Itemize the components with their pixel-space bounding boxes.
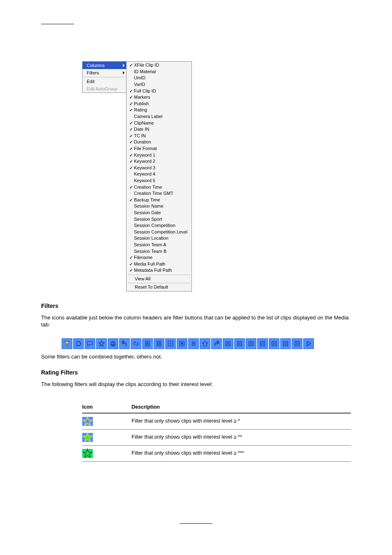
column-toggle-item[interactable]: ID Material: [127, 69, 191, 75]
column-toggle-item[interactable]: ✓XFile Clip ID: [127, 62, 191, 69]
column-toggle-item[interactable]: ✓Publish: [127, 101, 191, 107]
column-toggle-label: Markers: [134, 95, 150, 100]
checkmark-icon: ✓: [128, 159, 134, 164]
bracket-c-icon[interactable]: [246, 338, 256, 349]
column-toggle-label: Session Name: [134, 204, 164, 209]
column-toggle-label: View All: [134, 276, 150, 282]
column-toggle-item[interactable]: ✓Filename: [127, 254, 191, 261]
column-toggle-item[interactable]: Session Competition Level: [127, 229, 191, 235]
column-toggle-item[interactable]: ✓Creation Time: [127, 184, 191, 190]
column-toggle-item[interactable]: Session Team A: [127, 242, 191, 248]
checkmark-icon: ✓: [128, 153, 134, 158]
refresh-icon[interactable]: [73, 338, 84, 349]
column-toggle-item[interactable]: View All: [127, 276, 191, 282]
list-icon[interactable]: [188, 338, 199, 349]
column-toggle-item[interactable]: ✓Full Clip ID: [127, 88, 191, 94]
checkmark-icon: ✓: [128, 165, 134, 171]
checkmark-icon: ✓: [128, 255, 134, 260]
column-toggle-item[interactable]: Session Team B: [127, 248, 191, 254]
legend-header-icon: Icon: [82, 404, 131, 411]
bracket-a-icon[interactable]: [223, 338, 233, 349]
printer-icon[interactable]: [108, 338, 118, 349]
column-toggle-label: Session Competition Level: [134, 229, 187, 235]
column-toggle-label: Camera Label: [134, 114, 162, 119]
checkmark-icon: ✓: [128, 107, 134, 113]
column-toggle-item[interactable]: UmID: [127, 75, 191, 81]
checkmark-icon: ✓: [128, 133, 134, 139]
column-toggle-item[interactable]: Reset To Default: [127, 284, 191, 291]
redo-icon[interactable]: [211, 338, 222, 349]
column-toggle-item[interactable]: Keyword 5: [127, 178, 191, 184]
legend-row-2-text: Filter that only shows clips with intere…: [131, 434, 267, 441]
column-toggle-item[interactable]: ✓Keyword 2: [127, 158, 191, 165]
svg-marker-2: [99, 341, 104, 347]
column-toggle-item[interactable]: ✓Markers: [127, 94, 191, 101]
menu-item[interactable]: Filters: [83, 69, 126, 76]
expand-icon[interactable]: [177, 338, 187, 349]
checkmark-icon: ✓: [128, 120, 134, 126]
column-toggle-label: Session Sport: [134, 217, 162, 222]
column-toggle-item[interactable]: ✓File Format: [127, 146, 191, 152]
column-toggle-item[interactable]: VarID: [127, 81, 191, 88]
column-toggle-item[interactable]: ✓TC IN: [127, 133, 191, 139]
document-b-icon[interactable]: [154, 338, 164, 349]
column-toggle-label: Session Competition: [134, 223, 175, 228]
context-menu-columns: ✓XFile Clip IDID MaterialUmIDVarID✓Full …: [126, 61, 192, 291]
bracket-b-icon[interactable]: [234, 338, 245, 349]
column-toggle-item[interactable]: ✓Media Full Path: [127, 261, 191, 267]
submenu-arrow-icon: [123, 71, 125, 74]
column-toggle-item[interactable]: ✓Keyword 1: [127, 152, 191, 158]
column-toggle-item[interactable]: ✓Rating: [127, 107, 191, 113]
column-toggle-item[interactable]: ✓Duration: [127, 139, 191, 146]
column-toggle-item[interactable]: Session Competition: [127, 222, 191, 229]
menu-separator: [83, 77, 125, 77]
column-toggle-item[interactable]: Session Sport: [127, 216, 191, 222]
column-toggle-item[interactable]: Session Date: [127, 210, 191, 216]
column-toggle-item[interactable]: ✓ClipName: [127, 120, 191, 126]
chat-icon[interactable]: [85, 338, 95, 349]
menu-item[interactable]: Edit: [83, 78, 126, 85]
menu-item[interactable]: Columns: [83, 62, 126, 69]
column-toggle-item[interactable]: Session Name: [127, 203, 191, 210]
column-toggle-item[interactable]: Creation Time GMT: [127, 190, 191, 197]
funnel-icon[interactable]: [62, 338, 72, 349]
column-toggle-label: Session Team B: [134, 249, 166, 254]
bracket-e-icon[interactable]: [269, 338, 279, 349]
svg-rect-4: [112, 341, 114, 343]
menu-separator: [127, 275, 191, 275]
column-toggle-label: Rating: [134, 107, 147, 113]
bracket-d-icon[interactable]: [257, 338, 268, 349]
grid-icon[interactable]: [165, 338, 176, 349]
filters-paragraph-1: The icons available just below the colum…: [41, 314, 351, 329]
rating-legend-table: Icon Description Filter that only shows …: [82, 402, 351, 462]
column-toggle-label: Reset To Default: [134, 284, 168, 290]
bracket-g-icon[interactable]: [292, 338, 302, 349]
column-toggle-item[interactable]: ✓Date IN: [127, 126, 191, 133]
column-toggle-label: Session Date: [134, 210, 161, 215]
bracket-f-icon[interactable]: [280, 338, 291, 349]
home-icon[interactable]: [200, 338, 210, 349]
column-toggle-item[interactable]: ✓Metadata Full Path: [127, 267, 191, 274]
column-toggle-label: XFile Clip ID: [134, 62, 159, 68]
checkmark-icon: ✓: [128, 127, 134, 132]
column-toggle-label: File Format: [134, 146, 157, 151]
link-icon[interactable]: [131, 338, 141, 349]
column-toggle-item[interactable]: ✓Keyword 3: [127, 165, 191, 171]
column-toggle-label: UmID: [134, 75, 145, 81]
play-icon[interactable]: [303, 338, 314, 349]
star-level-3-icon: [82, 449, 93, 458]
star-level-2-icon: [82, 433, 93, 442]
column-toggle-label: Filename: [134, 255, 152, 260]
star-icon[interactable]: [96, 338, 107, 349]
legend-header-description: Description: [131, 404, 267, 411]
checkmark-icon: ✓: [128, 268, 134, 273]
column-toggle-item[interactable]: Session Location: [127, 235, 191, 242]
svg-marker-44: [307, 342, 311, 346]
menu-item-label: Columns: [87, 63, 104, 68]
column-toggle-item[interactable]: Keyword 4: [127, 171, 191, 178]
undo-icon[interactable]: [119, 338, 130, 349]
document-a-icon[interactable]: [142, 338, 153, 349]
footer-rule: [180, 523, 212, 524]
column-toggle-item[interactable]: ✓Backup Time: [127, 197, 191, 203]
column-toggle-item[interactable]: Camera Label: [127, 113, 191, 120]
